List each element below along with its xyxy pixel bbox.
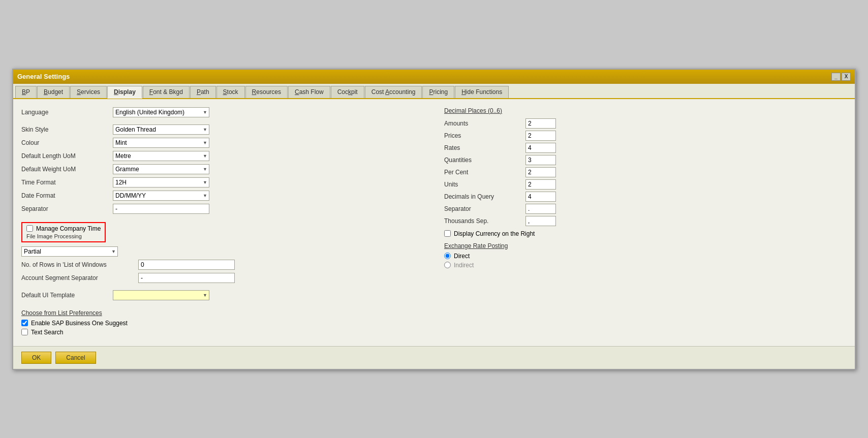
tab-display[interactable]: Display bbox=[107, 86, 142, 99]
tab-services[interactable]: Services bbox=[70, 86, 107, 98]
default-length-row: Default Length UoM Metre bbox=[21, 151, 424, 161]
time-format-label: Time Format bbox=[21, 179, 113, 186]
units-input[interactable] bbox=[525, 179, 556, 190]
time-format-select-wrapper: 12H bbox=[113, 177, 209, 187]
default-length-select[interactable]: Metre bbox=[113, 151, 209, 161]
cancel-button[interactable]: Cancel bbox=[55, 352, 96, 364]
colour-select[interactable]: Mint bbox=[113, 138, 209, 148]
exchange-rate-title: Exchange Rate Posting bbox=[444, 242, 847, 249]
language-select[interactable]: English (United Kingdom) bbox=[113, 107, 209, 117]
minimize-button[interactable]: _ bbox=[831, 73, 841, 81]
default-weight-select[interactable]: Gramme bbox=[113, 164, 209, 174]
per-cent-label: Per Cent bbox=[444, 169, 525, 176]
default-ui-select[interactable] bbox=[113, 290, 209, 300]
file-image-processing-row: Partial bbox=[21, 246, 424, 257]
account-segment-input[interactable] bbox=[138, 273, 235, 283]
date-format-row: Date Format DD/MM/YY bbox=[21, 191, 424, 201]
decimals-query-label: Decimals in Query bbox=[444, 193, 525, 200]
tab-pricing[interactable]: Pricing bbox=[422, 86, 454, 98]
no-rows-label: No. of Rows in 'List of Windows bbox=[21, 261, 138, 268]
tab-bar: BP Budget Services Display Font & Bkgd P… bbox=[13, 84, 855, 99]
file-image-processing-label: File Image Processing bbox=[26, 233, 82, 239]
decimal-separator-label: Separator bbox=[444, 205, 525, 212]
separator-row: Separator bbox=[21, 204, 424, 214]
direct-radio[interactable] bbox=[444, 253, 451, 259]
prices-input[interactable] bbox=[525, 131, 556, 141]
default-length-select-wrapper: Metre bbox=[113, 151, 209, 161]
main-columns: Language English (United Kingdom) Skin S… bbox=[21, 107, 847, 338]
enable-sap-checkbox[interactable] bbox=[21, 320, 28, 326]
default-weight-select-wrapper: Gramme bbox=[113, 164, 209, 174]
tab-bp[interactable]: BP bbox=[15, 86, 37, 98]
choose-list-title: Choose from List Preferences bbox=[21, 309, 424, 317]
tab-budget[interactable]: Budget bbox=[37, 86, 70, 98]
date-format-label: Date Format bbox=[21, 192, 113, 199]
language-select-wrapper: English (United Kingdom) bbox=[113, 107, 209, 117]
no-rows-row: No. of Rows in 'List of Windows bbox=[21, 260, 424, 270]
manage-company-time-checkbox[interactable] bbox=[26, 225, 33, 232]
indirect-label: Indirect bbox=[454, 262, 474, 269]
amounts-row: Amounts bbox=[444, 118, 847, 129]
decimal-section: Decimal Places (0..6) Amounts Prices Rat… bbox=[444, 107, 847, 226]
display-currency-row: Display Currency on the Right bbox=[444, 230, 847, 237]
file-image-select[interactable]: Partial bbox=[21, 246, 118, 257]
direct-label: Direct bbox=[454, 253, 470, 260]
skin-style-select[interactable]: Golden Thread bbox=[113, 124, 209, 135]
tab-hide-functions[interactable]: Hide Functions bbox=[455, 86, 509, 98]
display-currency-checkbox[interactable] bbox=[444, 230, 451, 237]
time-format-select[interactable]: 12H bbox=[113, 177, 209, 187]
text-search-label: Text Search bbox=[31, 329, 63, 336]
amounts-label: Amounts bbox=[444, 120, 525, 127]
title-bar-buttons: _ X bbox=[831, 73, 851, 81]
quantities-input[interactable] bbox=[525, 155, 556, 165]
indirect-radio[interactable] bbox=[444, 262, 451, 268]
decimal-separator-input[interactable] bbox=[525, 204, 556, 214]
decimal-separator-row: Separator bbox=[444, 204, 847, 214]
manage-company-time-box: Manage Company Time File Image Processin… bbox=[21, 222, 106, 242]
thousands-sep-input[interactable] bbox=[525, 216, 556, 226]
ok-button[interactable]: OK bbox=[21, 352, 51, 364]
decimals-query-row: Decimals in Query bbox=[444, 192, 847, 202]
tab-cockpit[interactable]: Cockpit bbox=[331, 86, 364, 98]
exchange-rate-section: Exchange Rate Posting Direct Indirect bbox=[444, 242, 847, 269]
separator-input[interactable] bbox=[113, 204, 209, 214]
date-format-select-wrapper: DD/MM/YY bbox=[113, 191, 209, 201]
close-button[interactable]: X bbox=[842, 73, 851, 81]
colour-label: Colour bbox=[21, 139, 113, 146]
account-segment-row: Account Segment Separator bbox=[21, 273, 424, 283]
title-bar: General Settings _ X bbox=[13, 70, 855, 84]
enable-sap-row: Enable SAP Business One Suggest bbox=[21, 320, 424, 327]
language-row: Language English (United Kingdom) bbox=[21, 107, 424, 117]
skin-style-select-wrapper: Golden Thread bbox=[113, 124, 209, 135]
tab-stock[interactable]: Stock bbox=[216, 86, 245, 98]
no-rows-input[interactable] bbox=[138, 260, 235, 270]
separator-label: Separator bbox=[21, 205, 113, 212]
default-ui-label: Default UI Template bbox=[21, 292, 113, 299]
rates-input[interactable] bbox=[525, 143, 556, 153]
text-search-checkbox[interactable] bbox=[21, 329, 28, 335]
prices-row: Prices bbox=[444, 131, 847, 141]
tab-path[interactable]: Path bbox=[190, 86, 216, 98]
file-image-select-wrapper: Partial bbox=[21, 246, 118, 257]
default-ui-row: Default UI Template bbox=[21, 290, 424, 300]
tab-font-bkgd[interactable]: Font & Bkgd bbox=[143, 86, 190, 98]
units-label: Units bbox=[444, 181, 525, 188]
tab-resources[interactable]: Resources bbox=[245, 86, 288, 98]
tab-cash-flow[interactable]: Cash Flow bbox=[288, 86, 330, 98]
language-label: Language bbox=[21, 109, 113, 116]
text-search-row: Text Search bbox=[21, 329, 424, 336]
general-settings-window: General Settings _ X BP Budget Services … bbox=[12, 69, 856, 370]
default-weight-row: Default Weight UoM Gramme bbox=[21, 164, 424, 174]
quantities-row: Quantities bbox=[444, 155, 847, 165]
per-cent-input[interactable] bbox=[525, 167, 556, 177]
decimals-query-input[interactable] bbox=[525, 192, 556, 202]
units-row: Units bbox=[444, 179, 847, 190]
rates-row: Rates bbox=[444, 143, 847, 153]
time-format-row: Time Format 12H bbox=[21, 177, 424, 187]
amounts-input[interactable] bbox=[525, 118, 556, 129]
tab-cost-accounting[interactable]: Cost Accounting bbox=[365, 86, 422, 98]
display-currency-label: Display Currency on the Right bbox=[454, 230, 535, 237]
skin-style-row: Skin Style Golden Thread bbox=[21, 124, 424, 135]
thousands-sep-label: Thousands Sep. bbox=[444, 217, 525, 225]
date-format-select[interactable]: DD/MM/YY bbox=[113, 191, 209, 201]
